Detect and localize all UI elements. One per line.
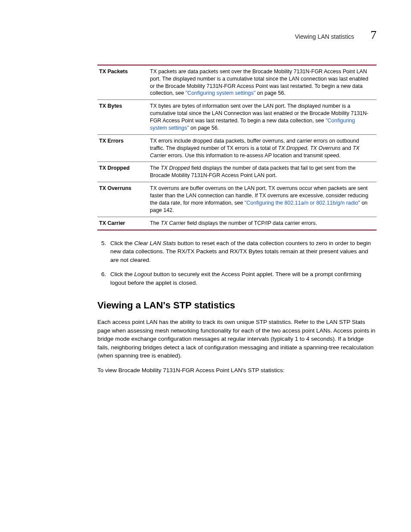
step-item: Click the Clear LAN Stats button to rese… [108, 239, 377, 264]
text-run: field displays the number of TCP/IP data… [186, 220, 317, 226]
running-header-chapter: 7 [371, 27, 377, 43]
section-paragraph-1: Each access point LAN has the ability to… [97, 318, 377, 360]
running-header: Viewing LAN statistics 7 [34, 27, 377, 43]
definition-description: TX errors include dropped data packets, … [150, 134, 377, 162]
content-column: TX PacketsTX packets are data packets se… [97, 65, 377, 375]
italic-text: Clear LAN Stats [134, 240, 176, 246]
page: Viewing LAN statistics 7 TX PacketsTX pa… [0, 0, 411, 532]
section-heading: Viewing a LAN's STP statistics [97, 299, 377, 312]
text-run: Click the [110, 240, 134, 246]
table-row: TX PacketsTX packets are data packets se… [97, 65, 377, 100]
section-paragraph-2: To view Brocade Mobility 7131N-FGR Acces… [97, 366, 377, 375]
text-run: The [150, 165, 161, 171]
text-run: on page 56. [189, 125, 219, 131]
table-row: TX OverrunsTX overruns are buffer overru… [97, 182, 377, 217]
definition-term: TX Overruns [97, 182, 150, 217]
italic-text: TX Dropped, TX Overruns [278, 145, 340, 151]
text-run: errors. Use this information to re-asses… [166, 152, 340, 159]
definition-term: TX Dropped [97, 162, 150, 182]
definition-description: TX overruns are buffer overruns on the L… [150, 182, 377, 217]
definition-description: The TX Carrier field displays the number… [150, 217, 377, 230]
table-row: TX DroppedThe TX Dropped field displays … [97, 162, 377, 182]
definition-term: TX Bytes [97, 100, 150, 135]
step-item: Click the Logout button to securely exit… [108, 270, 377, 287]
table-row: TX BytesTX bytes are bytes of informatio… [97, 100, 377, 135]
definition-term: TX Carrier [97, 217, 150, 230]
definition-description: TX bytes are bytes of information sent o… [150, 100, 377, 135]
text-run: Click the [110, 271, 134, 277]
table-row: TX CarrierThe TX Carrier field displays … [97, 217, 377, 230]
cross-reference-link[interactable]: "Configuring the 802.11a/n or 802.11b/g/… [245, 200, 360, 206]
text-run: and [341, 145, 353, 151]
table-row: TX ErrorsTX errors include dropped data … [97, 134, 377, 162]
italic-text: Logout [134, 271, 152, 277]
definition-term: TX Packets [97, 65, 150, 100]
text-run: on page 56. [255, 90, 286, 96]
cross-reference-link[interactable]: "Configuring system settings" [186, 90, 255, 96]
italic-text: TX Carrier [161, 220, 186, 226]
steps-list: Click the Clear LAN Stats button to rese… [97, 239, 377, 287]
text-run: The [150, 220, 161, 226]
definitions-table: TX PacketsTX packets are data packets se… [97, 65, 377, 230]
running-header-section: Viewing LAN statistics [295, 33, 354, 41]
italic-text: TX Dropped [161, 165, 190, 171]
definition-description: The TX Dropped field displays the number… [150, 162, 377, 182]
definition-description: TX packets are data packets sent over th… [150, 65, 377, 100]
definition-term: TX Errors [97, 134, 150, 162]
